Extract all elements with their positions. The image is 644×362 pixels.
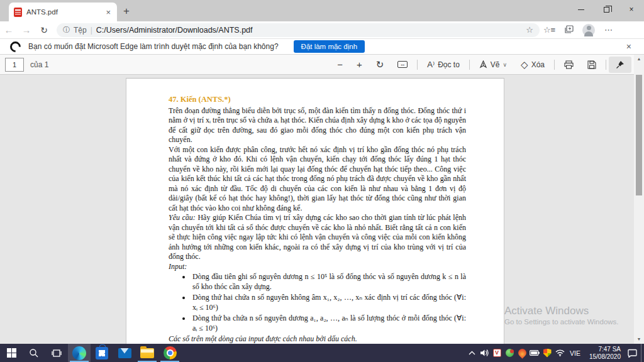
edge-logo-icon [8,39,23,54]
windows-security-button[interactable] [541,344,553,362]
profile-avatar[interactable] [582,24,595,36]
action-center-icon [628,349,637,358]
page-info-icon[interactable]: ⓘ [63,25,70,35]
zoom-in-button[interactable]: + [350,59,369,70]
taskbar-mail-button[interactable] [113,344,136,362]
draw-button[interactable]: Vẽ ∨ [472,60,514,69]
document-text: 47. Kiến (ANTS.*) Trên đoạn đường thẳng … [169,95,466,344]
restore-button[interactable] [594,0,619,19]
vertical-scrollbar[interactable]: ▲ ▼ [634,55,644,344]
volume-button[interactable] [478,344,491,362]
requirement-body: Hãy giúp Kiến Chúa tìm vị trí xây dựng c… [169,213,466,261]
set-default-button[interactable]: Đặt làm mặc định [294,40,365,53]
read-aloud-button[interactable]: A⁾ Đọc to [420,60,467,69]
tray-antivirus-button[interactable] [503,344,516,362]
defender-shield-icon [543,349,552,358]
mail-icon [118,348,131,358]
toolbar-divider [554,60,555,70]
tray-vmware-button[interactable]: V [491,344,503,362]
paragraph-statement-1: Trên đoạn đường thẳng biểu diễn bởi trục… [169,106,466,145]
taskbar-edge-button[interactable] [68,344,91,362]
pdf-viewer[interactable]: 47. Kiến (ANTS.*) Trên đoạn đường thẳng … [0,75,634,344]
action-center-button[interactable] [626,344,638,362]
start-button[interactable] [0,344,23,362]
window-controls: × [569,0,644,19]
language-indicator[interactable]: VIE [566,349,584,357]
banner-message: Bạn có muốn đặt Microsoft Edge làm trình… [28,42,279,51]
print-icon [564,60,574,69]
taskbar-clock[interactable]: 7:47 SA 15/08/2020 [584,346,626,360]
back-icon[interactable]: ← [0,25,18,35]
fit-to-width-button[interactable]: ↔ [391,61,414,68]
taskbar: V VIE 7:47 SA 15/08/2020 [0,344,644,362]
favorites-bar-icon[interactable]: ☆≡ [540,25,559,35]
chevron-down-icon[interactable]: ∨ [503,62,508,68]
paragraph-statement-2: Với một con kiến được phân công, trước h… [169,145,466,214]
edge-window: ANTS.pdf × + × ← → ↻ ⓘ Tệp | C:/Users/Ad… [0,0,644,362]
url-text: C:/Users/Administrator/Downloads/ANTS.pd… [96,26,253,35]
pen-icon [479,60,487,69]
requirement-lead: Yêu cầu: [169,213,196,222]
pin-icon [616,60,625,69]
edge-icon [72,346,86,360]
protocol-label: Tệp [74,26,87,35]
tab-close-icon[interactable]: × [104,8,112,17]
collections-icon[interactable] [559,25,579,35]
chevron-up-icon [469,351,475,355]
scroll-down-icon[interactable]: ▼ [634,335,644,344]
draw-label: Vẽ [491,60,500,69]
toolbar-divider [606,60,606,70]
minimize-button[interactable] [569,0,594,19]
scroll-up-icon[interactable]: ▲ [634,55,644,63]
print-button[interactable] [557,60,580,69]
file-explorer-icon [140,348,154,358]
erase-label: Xóa [531,60,545,69]
battery-icon [530,350,540,356]
rotate-button[interactable]: ↻ [369,59,391,70]
page-count-label: của 1 [30,60,48,69]
taskbar-store-button[interactable] [91,344,113,362]
banner-close-icon[interactable]: × [626,41,631,52]
save-button[interactable] [580,60,603,69]
erase-button[interactable]: ◇ Xóa [514,59,552,70]
flame-icon [516,347,528,358]
problem-title: 47. Kiến (ANTS.*) [169,95,466,105]
watermark-line1: Activate Windows [504,305,630,317]
network-button[interactable] [553,344,566,362]
toolbar-divider [469,60,470,70]
show-desktop-button[interactable] [641,344,644,362]
save-icon [587,60,596,69]
microsoft-store-icon [96,347,108,359]
tab-ants-pdf[interactable]: ANTS.pdf × [9,3,117,21]
battery-button[interactable] [528,344,541,362]
speaker-icon [480,349,489,357]
tab-strip: ANTS.pdf × + × [0,0,644,21]
refresh-icon[interactable]: ↻ [35,25,53,35]
pin-toolbar-button[interactable] [609,57,631,73]
tray-expand-button[interactable] [465,344,478,362]
task-view-icon [52,348,62,358]
antivirus-ball-icon [506,349,514,357]
forward-icon[interactable]: → [18,25,35,35]
input-spec-list: Dòng đầu tiên ghi số nguyên dương n ≤ 10… [169,272,466,333]
scrollbar-thumb[interactable] [636,75,642,195]
fit-to-width-icon: ↔ [397,61,408,68]
list-item: Dòng thứ hai chứa n số nguyên không âm x… [191,293,466,312]
add-favorite-star-icon[interactable]: ☆ [526,25,533,35]
list-item: Dòng thứ ba chứa n số nguyên dương a₁, a… [191,314,466,333]
settings-menu-icon[interactable]: ⋯ [599,25,618,35]
close-button[interactable]: × [619,0,644,19]
windows-logo-icon [7,348,16,358]
taskbar-file-explorer-button[interactable] [136,344,158,362]
taskbar-chrome-button[interactable] [158,344,181,362]
new-tab-button[interactable]: + [123,5,130,18]
zoom-out-button[interactable]: − [330,59,350,70]
task-view-button[interactable] [45,344,68,362]
pdf-page: 47. Kiến (ANTS.*) Trên đoạn đường thẳng … [126,78,504,344]
restore-icon [604,7,609,13]
page-number-input[interactable]: 1 [5,58,24,72]
default-browser-banner: Bạn có muốn đặt Microsoft Edge làm trình… [0,39,644,55]
url-field[interactable]: ⓘ Tệp | C:/Users/Administrator/Downloads… [57,23,540,37]
tray-utility-button[interactable] [516,344,528,362]
taskbar-search-button[interactable] [23,344,45,362]
